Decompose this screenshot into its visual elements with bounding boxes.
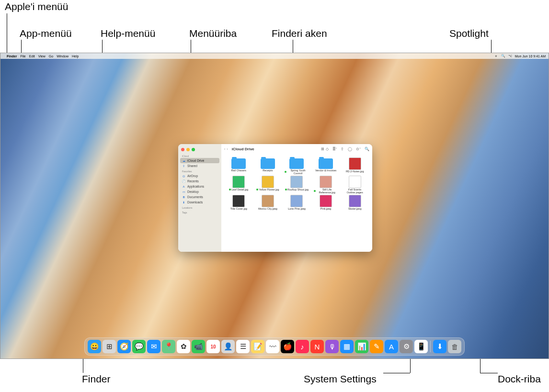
dock-app-podcasts[interactable]: 🎙	[325, 340, 339, 353]
dock-app-system-settings[interactable]: ⚙	[400, 340, 413, 353]
file-name: Receipts	[263, 169, 273, 172]
minimize-button[interactable]	[186, 148, 190, 151]
file-name: Rooftop Shoot.jpg	[285, 188, 309, 191]
dock-app-messages[interactable]: 💬	[132, 340, 146, 353]
file-thumb	[349, 176, 361, 188]
action-button[interactable]: ⊙ˇ	[356, 147, 361, 151]
dock-app-numbers[interactable]: 📊	[355, 340, 368, 353]
dock-app-tv[interactable]: 🍎	[281, 340, 294, 353]
file-name: Vendor & Invoices	[315, 169, 336, 172]
sidebar-icon: 🗎	[182, 196, 185, 199]
file-item[interactable]: Mexico City.jpeg	[254, 195, 282, 210]
sidebar-icon: A	[182, 185, 185, 188]
menu-help[interactable]: Help	[72, 55, 79, 58]
dock-app-maps[interactable]: 📍	[162, 340, 175, 353]
dock-app-facetime[interactable]: 📹	[192, 340, 205, 353]
group-button[interactable]: ≣ˇ	[332, 147, 337, 151]
file-name: Leaf Detail.jpg	[229, 188, 248, 191]
search-button[interactable]: 🔍	[365, 147, 369, 151]
dock-app-pages[interactable]: ✎	[370, 340, 383, 353]
callout-spotlight: Spotlight	[449, 28, 489, 39]
file-item[interactable]: Pink.jpeg	[312, 195, 340, 210]
file-item[interactable]: Lone Pine.jpeg	[283, 195, 310, 210]
file-item[interactable]: Spring Youth Council	[283, 157, 310, 175]
file-thumb	[320, 195, 332, 207]
file-thumb	[232, 176, 245, 188]
sidebar-section-locations: Locations	[178, 205, 221, 210]
menu-window[interactable]: Window	[57, 55, 69, 58]
file-item[interactable]: Yellow Flower.jpg	[254, 176, 282, 194]
back-button[interactable]: ‹	[224, 147, 225, 151]
menubar-datetime[interactable]: Mon Jun 10 9:41 AM	[515, 55, 546, 58]
menu-file[interactable]: File	[20, 55, 25, 58]
file-name: Spring Youth Council	[285, 169, 309, 175]
sidebar-item-icloud-drive[interactable]: ☁iCloud Drive	[180, 158, 219, 163]
sidebar-item-recents[interactable]: 🕘Recents	[178, 179, 221, 184]
app-menu-name[interactable]: Finder	[7, 55, 17, 58]
file-item[interactable]: Still Life Reference.jpg	[312, 176, 340, 194]
dock-app-app-store[interactable]: A	[385, 340, 398, 353]
file-item[interactable]: Rail Chasers	[225, 157, 252, 175]
sidebar-item-downloads[interactable]: ⬇Downloads	[178, 200, 221, 205]
dock-app-reminders[interactable]: ☰	[236, 340, 250, 353]
menu-go[interactable]: Go	[49, 55, 53, 58]
zoom-button[interactable]	[192, 148, 195, 151]
spotlight-icon[interactable]: 🔍	[501, 54, 505, 58]
dock-app-iphone-mirroring[interactable]: 📱	[414, 340, 428, 353]
file-name: RD.2-Notes.jpg	[346, 170, 364, 173]
folder-icon	[319, 158, 333, 169]
dock-app-launchpad[interactable]: ⊞	[103, 340, 116, 353]
sidebar-label: Shared	[187, 164, 197, 168]
file-item[interactable]: Skater.jpeg	[341, 195, 368, 210]
dock-app-trash[interactable]: 🗑	[448, 340, 461, 353]
sidebar-icon: ⇪	[182, 164, 185, 168]
file-item[interactable]: Receipts	[254, 157, 282, 175]
close-button[interactable]	[181, 148, 184, 151]
file-item[interactable]: Fall Scents Outline.pages	[341, 176, 368, 194]
sidebar-item-airdrop[interactable]: ◎AirDrop	[178, 173, 221, 179]
sidebar-icon: ⬇	[182, 201, 185, 204]
view-icons-button[interactable]: ⊞ ◇	[321, 147, 328, 151]
finder-title: iCloud Drive	[232, 147, 254, 151]
menu-view[interactable]: View	[38, 55, 46, 58]
finder-main: ‹ › iCloud Drive ⊞ ◇ ≣ˇ ⇧ ◯ ⊙ˇ 🔍 Rail Ch…	[221, 144, 372, 252]
sidebar-item-desktop[interactable]: ▭Desktop	[178, 189, 221, 194]
tags-button[interactable]: ◯	[348, 147, 352, 151]
dock-app-music[interactable]: ♪	[296, 340, 309, 353]
sidebar-icon: 🕘	[182, 179, 185, 183]
sidebar-label: Documents	[187, 195, 203, 199]
dock-app-freeform[interactable]: 〰	[266, 340, 279, 353]
share-button[interactable]: ⇧	[341, 147, 344, 151]
callout-dock: Dock-riba	[498, 373, 541, 385]
sidebar-item-documents[interactable]: 🗎Documents	[178, 194, 221, 200]
sidebar-item-applications[interactable]: AApplications	[178, 184, 221, 189]
file-name: Skater.jpeg	[348, 207, 362, 210]
file-name: Lone Pine.jpeg	[288, 207, 306, 210]
sidebar-label: Applications	[187, 185, 204, 188]
control-center-icon[interactable]: ⌥	[508, 54, 512, 58]
dock-app-keynote[interactable]: ▦	[340, 340, 354, 353]
file-thumb	[290, 176, 303, 188]
file-item[interactable]: Leaf Detail.jpg	[225, 176, 252, 194]
dock-app-photos[interactable]: ✿	[177, 340, 190, 353]
sidebar-label: AirDrop	[187, 174, 198, 178]
menu-edit[interactable]: Edit	[29, 55, 35, 58]
sidebar-item-shared[interactable]: ⇪Shared	[178, 163, 221, 168]
dock-app-contacts[interactable]: 👤	[221, 340, 235, 353]
dock-app-calendar[interactable]: 10	[206, 340, 220, 353]
forward-button[interactable]: ›	[227, 147, 228, 151]
file-item[interactable]: RD.2-Notes.jpg	[341, 157, 368, 175]
dock-app-downloads[interactable]: ⬇	[433, 340, 446, 353]
dock-app-safari[interactable]: 🧭	[117, 340, 131, 353]
dock-app-news[interactable]: N	[310, 340, 324, 353]
wifi-icon[interactable]: ᯤ	[495, 55, 498, 58]
callout-apple-menu: Apple'i menüü	[5, 1, 68, 12]
dock-app-mail[interactable]: ✉	[147, 340, 160, 353]
file-item[interactable]: Rooftop Shoot.jpg	[283, 176, 310, 194]
file-name: Rail Chasers	[231, 169, 246, 172]
dock: 😀⊞🧭💬✉📍✿📹10👤☰📝〰🍎♪N🎙▦📊✎A⚙📱⬇🗑	[84, 337, 465, 356]
file-item[interactable]: Title Cover.jpg	[225, 195, 252, 210]
dock-app-finder[interactable]: 😀	[88, 340, 101, 353]
file-item[interactable]: Vendor & Invoices	[312, 157, 340, 175]
dock-app-notes[interactable]: 📝	[251, 340, 264, 353]
